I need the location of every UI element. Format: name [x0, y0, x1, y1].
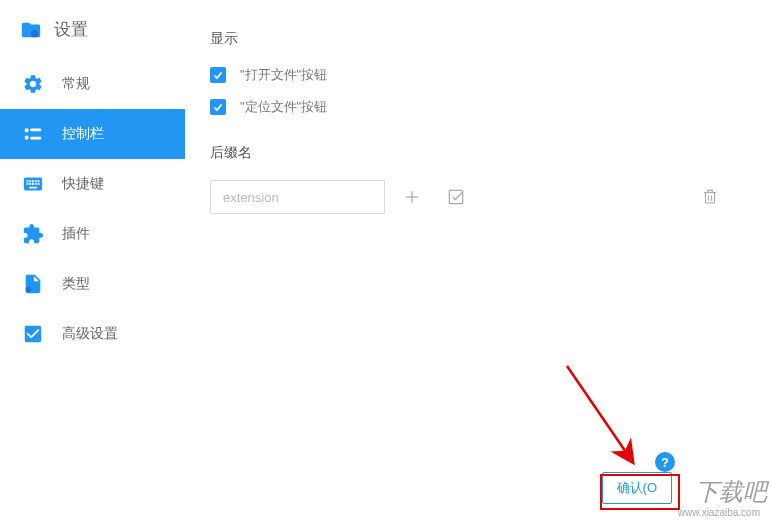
- watermark-text: 下载吧: [695, 480, 767, 504]
- checkbox-row-locatefile: "定位文件"按钮: [210, 98, 737, 116]
- svg-rect-4: [30, 137, 41, 140]
- keyboard-icon: [22, 173, 44, 195]
- delete-button[interactable]: [693, 180, 727, 214]
- svg-line-14: [567, 366, 632, 461]
- confirm-button[interactable]: 确认(O: [602, 472, 672, 504]
- sidebar: 设置 常规 控制栏 快捷键 插件: [0, 0, 185, 524]
- edit-button[interactable]: [439, 180, 473, 214]
- settings-header: 设置: [0, 0, 185, 59]
- extension-input[interactable]: [210, 180, 385, 214]
- help-icon[interactable]: ?: [655, 452, 675, 472]
- sidebar-item-plugins[interactable]: 插件: [0, 209, 185, 259]
- sidebar-item-shortcuts[interactable]: 快捷键: [0, 159, 185, 209]
- checkbox-row-openfile: "打开文件"按钮: [210, 66, 737, 84]
- checkbox-label: "打开文件"按钮: [240, 66, 327, 84]
- checkbox-locatefile[interactable]: [210, 99, 226, 115]
- display-section-title: 显示: [210, 30, 737, 48]
- svg-rect-13: [708, 190, 713, 192]
- svg-rect-2: [30, 129, 41, 132]
- page-title: 设置: [54, 18, 88, 41]
- sidebar-item-label: 高级设置: [62, 325, 118, 343]
- sidebar-item-label: 插件: [62, 225, 90, 243]
- sidebar-item-general[interactable]: 常规: [0, 59, 185, 109]
- annotation-arrow: [557, 356, 657, 476]
- sidebar-item-advanced[interactable]: 高级设置: [0, 309, 185, 359]
- check-square-icon: [22, 323, 44, 345]
- controls-icon: [22, 123, 44, 145]
- puzzle-icon: [22, 223, 44, 245]
- sidebar-item-label: 类型: [62, 275, 90, 293]
- file-icon: [22, 273, 44, 295]
- sidebar-item-label: 快捷键: [62, 175, 104, 193]
- gear-icon: [22, 73, 44, 95]
- checkbox-label: "定位文件"按钮: [240, 98, 327, 116]
- svg-rect-3: [25, 136, 29, 140]
- sidebar-item-controlbar[interactable]: 控制栏: [0, 109, 185, 159]
- main-panel: 显示 "打开文件"按钮 "定位文件"按钮 后缀名: [185, 0, 772, 524]
- sidebar-item-types[interactable]: 类型: [0, 259, 185, 309]
- svg-point-5: [26, 287, 32, 293]
- watermark-url: www.xiazaiba.com: [678, 507, 760, 518]
- svg-rect-9: [706, 193, 715, 204]
- checkbox-openfile[interactable]: [210, 67, 226, 83]
- sidebar-item-label: 控制栏: [62, 125, 104, 143]
- svg-point-0: [31, 30, 38, 37]
- add-button[interactable]: [395, 180, 429, 214]
- suffix-section-title: 后缀名: [210, 144, 737, 162]
- folder-icon: [20, 19, 42, 41]
- sidebar-item-label: 常规: [62, 75, 90, 93]
- svg-rect-8: [449, 190, 462, 203]
- svg-rect-1: [25, 129, 29, 133]
